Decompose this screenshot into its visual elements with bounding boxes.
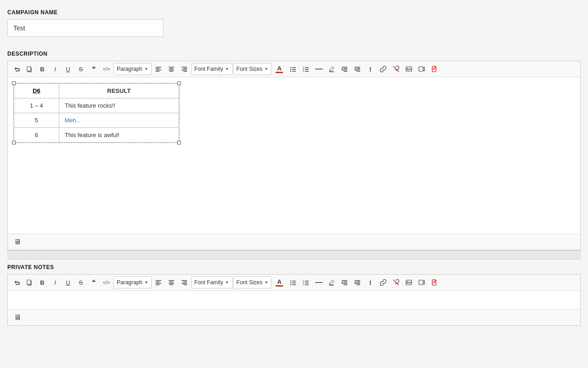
campaign-name-section: CAMPAIGN NAME — [7, 9, 581, 37]
table-container: D6 RESULT 1 – 4This feature rocks!!5Meh.… — [13, 83, 180, 143]
svg-point-18 — [290, 71, 291, 72]
indent-button[interactable] — [351, 63, 363, 75]
private-notes-content[interactable] — [8, 291, 580, 309]
outdent-button[interactable] — [339, 63, 351, 75]
pn-strikethrough-button[interactable]: S — [75, 276, 87, 288]
svg-point-57 — [290, 281, 291, 282]
monitor-button-desc[interactable]: 🖥 — [11, 236, 23, 248]
undo-button[interactable] — [11, 63, 23, 75]
content-table: D6 RESULT 1 – 4This feature rocks!!5Meh.… — [14, 83, 179, 143]
svg-point-16 — [290, 69, 291, 70]
d6-header-text: D6 — [33, 87, 40, 94]
svg-point-59 — [290, 282, 291, 283]
pn-highlight-button[interactable] — [326, 276, 338, 288]
align-left-button[interactable] — [153, 63, 164, 75]
pn-unlink-button[interactable] — [390, 276, 402, 288]
section-divider — [7, 250, 581, 259]
code-button[interactable]: </> — [101, 63, 113, 75]
description-section: DESCRIPTION B I U S ❝ </> Paragraph ▼ — [7, 51, 581, 250]
svg-point-61 — [290, 284, 291, 285]
table-row: 5Meh.. — [14, 113, 179, 128]
svg-rect-1 — [27, 67, 31, 71]
pn-font-family-dropdown[interactable]: Font Family ▼ — [191, 276, 232, 288]
font-sizes-label: Font Sizes — [237, 66, 263, 72]
resize-handle-bl[interactable] — [12, 141, 16, 144]
pn-bullet-list-button[interactable] — [287, 276, 299, 288]
monitor-button-pn[interactable]: 🖥 — [11, 311, 23, 323]
paragraph-label: Paragraph — [117, 66, 142, 72]
italic-button[interactable]: I — [49, 63, 61, 75]
blockquote-button[interactable]: ❝ — [88, 63, 100, 75]
campaign-name-label: CAMPAIGN NAME — [7, 9, 581, 16]
font-family-dropdown[interactable]: Font Family ▼ — [191, 63, 232, 75]
pn-font-color-letter: A — [277, 279, 282, 285]
video-button[interactable] — [416, 63, 428, 75]
pn-align-right-button[interactable] — [178, 276, 190, 288]
resize-handle-br[interactable] — [177, 141, 181, 144]
unlink-button[interactable] — [390, 63, 402, 75]
pn-code-button[interactable]: </> — [101, 276, 113, 288]
description-content[interactable]: D6 RESULT 1 – 4This feature rocks!!5Meh.… — [8, 77, 580, 234]
table-cell-col1: 5 — [14, 113, 59, 128]
svg-point-37 — [407, 68, 408, 69]
description-footer: 🖥 — [8, 234, 580, 250]
strikethrough-button[interactable]: S — [75, 63, 87, 75]
col2-header: RESULT — [59, 84, 179, 98]
underline-button[interactable]: U — [62, 63, 74, 75]
private-notes-editor: B I U S ❝ </> Paragraph ▼ Font Family ▼ — [7, 274, 581, 326]
pn-copy-button[interactable] — [23, 276, 35, 288]
pn-font-sizes-arrow: ▼ — [264, 280, 268, 285]
resize-handle-tr[interactable] — [177, 81, 181, 85]
copy-button[interactable] — [23, 63, 35, 75]
num-list-button[interactable]: 1.2.3. — [300, 63, 312, 75]
pn-link-button[interactable] — [377, 276, 389, 288]
svg-text:3.: 3. — [303, 283, 305, 286]
pn-undo-button[interactable] — [11, 276, 23, 288]
highlight-button[interactable] — [326, 63, 338, 75]
table-cell-col2: This feature is awful! — [59, 128, 179, 143]
font-sizes-dropdown[interactable]: Font Sizes ▼ — [233, 63, 272, 75]
pn-align-center-button[interactable] — [165, 276, 177, 288]
image-button[interactable] — [403, 63, 415, 75]
description-editor: B I U S ❝ </> Paragraph ▼ Font Family ▼ — [7, 61, 581, 250]
pn-indent-button[interactable] — [351, 276, 363, 288]
paragraph-arrow: ▼ — [144, 67, 148, 71]
align-center-button[interactable] — [165, 63, 177, 75]
pn-align-left-button[interactable] — [153, 276, 164, 288]
paragraph-dropdown[interactable]: Paragraph ▼ — [113, 63, 152, 75]
exclamation-button[interactable]: ! — [364, 63, 376, 75]
pdf-button[interactable] — [429, 63, 441, 75]
svg-rect-38 — [419, 67, 423, 71]
private-notes-footer: 🖥 — [8, 309, 580, 325]
pn-exclamation-button[interactable]: ! — [364, 276, 376, 288]
svg-rect-81 — [419, 280, 423, 285]
font-sizes-arrow: ▼ — [264, 67, 268, 71]
result-header-text: RESULT — [107, 87, 130, 94]
resize-handle-tl[interactable] — [12, 81, 16, 85]
pn-font-color-button[interactable]: A — [272, 276, 286, 288]
col1-header: D6 — [14, 84, 59, 98]
campaign-name-input[interactable] — [7, 19, 164, 37]
pn-font-family-label: Font Family — [194, 279, 223, 286]
pn-hr-button[interactable]: — — [313, 276, 325, 288]
font-color-button[interactable]: A — [272, 63, 286, 75]
private-notes-toolbar: B I U S ❝ </> Paragraph ▼ Font Family ▼ — [8, 275, 580, 291]
pn-bold-button[interactable]: B — [36, 276, 48, 288]
link-button[interactable] — [377, 63, 389, 75]
pn-video-button[interactable] — [416, 276, 428, 288]
pn-italic-button[interactable]: I — [49, 276, 61, 288]
pn-underline-button[interactable]: U — [62, 276, 74, 288]
hr-button[interactable]: — — [313, 63, 325, 75]
bold-button[interactable]: B — [36, 63, 48, 75]
align-right-button[interactable] — [178, 63, 190, 75]
pn-outdent-button[interactable] — [339, 276, 351, 288]
pn-num-list-button[interactable]: 1.2.3. — [300, 276, 312, 288]
pn-font-sizes-dropdown[interactable]: Font Sizes ▼ — [233, 276, 272, 288]
pn-image-button[interactable] — [403, 276, 415, 288]
pn-paragraph-dropdown[interactable]: Paragraph ▼ — [113, 276, 152, 288]
private-notes-section: PRIVATE NOTES B I U S ❝ </> Paragraph ▼ — [7, 259, 581, 326]
pn-pdf-button[interactable] — [429, 276, 441, 288]
bullet-list-button[interactable] — [287, 63, 299, 75]
svg-text:3.: 3. — [303, 69, 305, 72]
pn-blockquote-button[interactable]: ❝ — [88, 276, 100, 288]
